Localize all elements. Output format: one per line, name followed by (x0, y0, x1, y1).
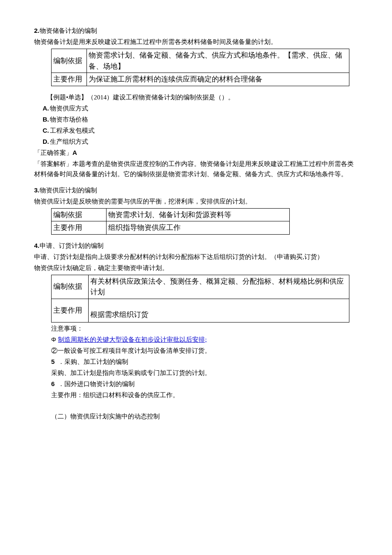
option-d-label: D. (43, 138, 49, 145)
section-3: 3.物资供应计划的编制 物资供应计划是反映物资的需要与供应的平衡，挖潜利库，安排… (34, 185, 358, 235)
section-4-note-title: 注意事项： (51, 323, 358, 334)
table-cell-label: 编制依据 (52, 208, 107, 221)
table-row: 编制依据 物资需求计划、储备定额、储备方式、供应方式和场地条件。【需求、供应、储… (52, 49, 349, 73)
section-2: 2.物资储备计划的编制 物资储备计划是用来反映建设工程施工过程中所需各类材料储备… (34, 26, 358, 179)
answer-explanation: 「答案解析」本题考查的是物资供应进度控制的工作内容。物资储备计划是用来反映建设工… (34, 159, 358, 179)
section-4-note2: ②一般设备可按工程项目年度计划与设备清单安排订货。 (51, 346, 358, 356)
section-5-dot: ． (58, 358, 64, 365)
section-6-title: 国外进口物资计划的编制 (64, 381, 135, 387)
table-row: 主要作用 根据需求组织订货 (52, 299, 349, 322)
table-cell-label: 主要作用 (52, 221, 107, 235)
option-a-label: A. (43, 105, 49, 112)
table-row: 主要作用 为保证施工所需材料的连续供应而确定的材料合理储备 (52, 73, 349, 86)
section-4-heading: 4.申请、订货计划的编制 (34, 241, 358, 251)
option-c-text: 工程承发包模式 (50, 127, 95, 134)
table-cell-label: 主要作用 (52, 73, 87, 86)
section-5-heading: 5 ．采购、加工计划的编制 (51, 357, 358, 367)
section-5-title: 采购、加工计划的编制 (64, 358, 128, 365)
table-row: 主要作用 组织指导物资供应工作 (52, 221, 290, 235)
option-a-text: 物资供应方式 (50, 105, 88, 112)
section-2-heading: 2.物资储备计划的编制 (34, 26, 358, 36)
option-c-label: C. (43, 127, 49, 134)
table-cell-value: 物资需求计划、储备计划和货源资料等 (107, 208, 290, 221)
option-a: A.物资供应方式 (43, 103, 358, 113)
section-4-number: 4. (34, 242, 40, 249)
table-cell-value: 组织指导物资供应工作 (107, 221, 290, 235)
note1-marker: Φ (51, 336, 58, 343)
table-cell-value: 物资需求计划、储备定额、储备方式、供应方式和场地条件。【需求、供应、储备、场地】 (87, 49, 349, 73)
section-6-desc: 主要作用：组织进口材料和设备的供应工作。 (51, 390, 358, 400)
answer-prefix: 「正确答案」 (34, 149, 72, 156)
table-cell-value: 有关材料供应政策法令、预测任务、概算定额、分配指标、材料规格比例和供应计划 (89, 275, 349, 299)
table-row: 编制依据 物资需求计划、储备计划和货源资料等 (52, 208, 290, 221)
answer-value: A (72, 149, 77, 156)
section-5: 5 ．采购、加工计划的编制 采购、加工计划是指向市场采购或专门加工订货的计划。 (51, 357, 358, 378)
table-cell-label: 编制依据 (52, 49, 87, 73)
option-b-text: 物资市场价格 (50, 116, 88, 123)
note1-link-text[interactable]: 制造周期长的关键大型设备在初步设计审批以后安排; (58, 336, 207, 343)
table-row: 编制依据 有关材料供应政策法令、预测任务、概算定额、分配指标、材料规格比例和供应… (52, 275, 349, 299)
section-4-table: 编制依据 有关材料供应政策法令、预测任务、概算定额、分配指标、材料规格比例和供应… (51, 275, 349, 323)
option-b-label: B. (43, 116, 49, 123)
section-2-title: 物资储备计划的编制 (40, 27, 97, 34)
table-cell-label: 主要作用 (52, 299, 89, 322)
section-3-number: 3. (34, 186, 40, 194)
section-3-table: 编制依据 物资需求计划、储备计划和货源资料等 主要作用 组织指导物资供应工作 (51, 208, 290, 235)
section-2-desc: 物资储备计划是用来反映建设工程施工过程中所需各类材料储备时间及储备量的计划。 (34, 37, 358, 47)
section-6: 6 ．国外进口物资计划的编制 主要作用：组织进口材料和设备的供应工作。 (51, 379, 358, 400)
section-4-desc2: 物资供应计划确定后，确定主要物资申请计划。 (34, 263, 358, 273)
section-3-title: 物资供应计划的编制 (40, 187, 97, 194)
table-cell-value: 为保证施工所需材料的连续供应而确定的材料合理储备 (87, 73, 349, 86)
table-cell-label: 编制依据 (52, 275, 89, 299)
option-d: D.生产组织方式 (43, 137, 358, 147)
option-c: C.工程承发包模式 (43, 125, 358, 136)
section-3-desc: 物资供应计划是反映物资的需要与供应的平衡，挖潜利库，安排供应的计划。 (34, 196, 358, 206)
section-2-number: 2. (34, 27, 40, 34)
section-6-number: 6 (51, 380, 55, 387)
section-5-number: 5 (51, 358, 55, 365)
option-d-text: 生产组织方式 (50, 138, 88, 145)
section-3-heading: 3.物资供应计划的编制 (34, 185, 358, 195)
section-5-desc: 采购、加工计划是指向市场采购或专门加工订货的计划。 (51, 368, 358, 378)
table-cell-value: 根据需求组织订货 (89, 299, 349, 322)
example-question: 【例题•单选】（2014）建设工程物资储备计划的编制依据是（）。 (47, 92, 358, 102)
subsection-2-title: （二）物资供应计划实施中的动态控制 (51, 411, 358, 421)
answer-line: 「正确答案」A (34, 148, 358, 158)
section-4-desc1: 申请、订货计划是指向上级要求分配材料的计划和分配指标下达后组织订货的计划。（申请… (34, 252, 358, 262)
option-b: B.物资市场价格 (43, 114, 358, 125)
section-4-title: 申请、订货计划的编制 (40, 242, 104, 249)
section-4-note1: Φ 制造周期长的关键大型设备在初步设计审批以后安排; (51, 334, 358, 345)
section-6-dot: ． (58, 381, 64, 387)
section-6-heading: 6 ．国外进口物资计划的编制 (51, 379, 358, 389)
section-4: 4.申请、订货计划的编制 申请、订货计划是指向上级要求分配材料的计划和分配指标下… (34, 241, 358, 356)
section-2-table: 编制依据 物资需求计划、储备定额、储备方式、供应方式和场地条件。【需求、供应、储… (51, 49, 349, 86)
